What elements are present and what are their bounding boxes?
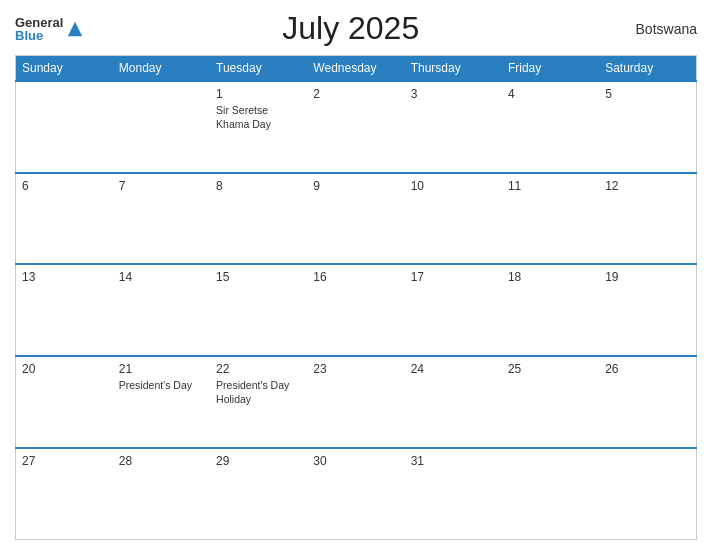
svg-marker-0 (68, 21, 82, 35)
calendar-cell: 25 (502, 356, 599, 448)
logo-blue: Blue (15, 29, 63, 42)
day-number: 17 (411, 270, 496, 284)
day-number: 11 (508, 179, 593, 193)
calendar-cell: 16 (307, 264, 404, 356)
calendar-cell: 3 (405, 81, 502, 173)
calendar-cell (113, 81, 210, 173)
col-saturday: Saturday (599, 56, 696, 82)
event-label: President's Day (119, 379, 192, 391)
calendar-cell: 19 (599, 264, 696, 356)
calendar-cell (16, 81, 113, 173)
calendar-cell: 10 (405, 173, 502, 265)
calendar-cell: 8 (210, 173, 307, 265)
col-friday: Friday (502, 56, 599, 82)
page: General Blue July 2025 Botswana Sunday M… (0, 0, 712, 550)
calendar-cell: 24 (405, 356, 502, 448)
day-number: 18 (508, 270, 593, 284)
calendar-cell: 1Sir Seretse Khama Day (210, 81, 307, 173)
calendar-cell: 4 (502, 81, 599, 173)
day-number: 31 (411, 454, 496, 468)
calendar-cell: 18 (502, 264, 599, 356)
calendar-cell: 13 (16, 264, 113, 356)
calendar-cell: 11 (502, 173, 599, 265)
calendar-table: Sunday Monday Tuesday Wednesday Thursday… (15, 55, 697, 540)
calendar-cell: 17 (405, 264, 502, 356)
day-number: 8 (216, 179, 301, 193)
calendar-cell: 15 (210, 264, 307, 356)
calendar-cell: 23 (307, 356, 404, 448)
day-number: 22 (216, 362, 301, 376)
day-number: 7 (119, 179, 204, 193)
calendar-cell: 31 (405, 448, 502, 540)
day-number: 12 (605, 179, 690, 193)
calendar-cell: 6 (16, 173, 113, 265)
calendar-cell: 9 (307, 173, 404, 265)
calendar-cell: 28 (113, 448, 210, 540)
page-title: July 2025 (84, 10, 617, 47)
logo-general: General (15, 16, 63, 29)
day-number: 26 (605, 362, 690, 376)
calendar-week-row: 6789101112 (16, 173, 697, 265)
calendar-cell: 29 (210, 448, 307, 540)
event-label: Sir Seretse Khama Day (216, 104, 271, 130)
calendar-body: 1Sir Seretse Khama Day234567891011121314… (16, 81, 697, 540)
day-number: 6 (22, 179, 107, 193)
col-monday: Monday (113, 56, 210, 82)
calendar-cell: 22President's Day Holiday (210, 356, 307, 448)
calendar-week-row: 13141516171819 (16, 264, 697, 356)
calendar-header-row: Sunday Monday Tuesday Wednesday Thursday… (16, 56, 697, 82)
calendar-cell (599, 448, 696, 540)
header: General Blue July 2025 Botswana (15, 10, 697, 47)
col-sunday: Sunday (16, 56, 113, 82)
day-number: 23 (313, 362, 398, 376)
calendar-cell: 2 (307, 81, 404, 173)
day-number: 10 (411, 179, 496, 193)
calendar-cell: 14 (113, 264, 210, 356)
calendar-cell: 7 (113, 173, 210, 265)
day-number: 15 (216, 270, 301, 284)
day-number: 27 (22, 454, 107, 468)
calendar-cell: 12 (599, 173, 696, 265)
day-number: 13 (22, 270, 107, 284)
day-number: 14 (119, 270, 204, 284)
logo: General Blue (15, 16, 84, 42)
day-number: 29 (216, 454, 301, 468)
day-number: 1 (216, 87, 301, 101)
calendar-week-row: 2021President's Day22President's Day Hol… (16, 356, 697, 448)
col-thursday: Thursday (405, 56, 502, 82)
calendar-cell: 21President's Day (113, 356, 210, 448)
col-tuesday: Tuesday (210, 56, 307, 82)
country-label: Botswana (617, 21, 697, 37)
day-number: 5 (605, 87, 690, 101)
calendar-cell (502, 448, 599, 540)
col-wednesday: Wednesday (307, 56, 404, 82)
logo-icon (66, 20, 84, 38)
day-number: 25 (508, 362, 593, 376)
day-number: 2 (313, 87, 398, 101)
calendar-cell: 20 (16, 356, 113, 448)
day-number: 16 (313, 270, 398, 284)
calendar-cell: 27 (16, 448, 113, 540)
day-number: 28 (119, 454, 204, 468)
day-number: 4 (508, 87, 593, 101)
calendar-week-row: 2728293031 (16, 448, 697, 540)
event-label: President's Day Holiday (216, 379, 289, 405)
calendar-week-row: 1Sir Seretse Khama Day2345 (16, 81, 697, 173)
day-number: 21 (119, 362, 204, 376)
day-number: 20 (22, 362, 107, 376)
day-number: 3 (411, 87, 496, 101)
calendar-cell: 5 (599, 81, 696, 173)
calendar-cell: 26 (599, 356, 696, 448)
day-number: 24 (411, 362, 496, 376)
day-number: 30 (313, 454, 398, 468)
calendar-cell: 30 (307, 448, 404, 540)
day-number: 9 (313, 179, 398, 193)
day-number: 19 (605, 270, 690, 284)
